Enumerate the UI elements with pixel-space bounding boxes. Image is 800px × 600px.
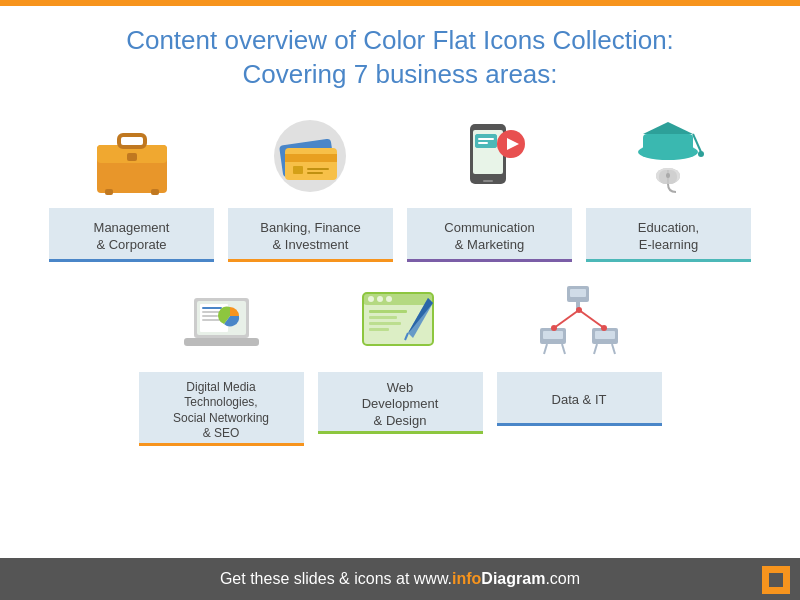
banking-label: Banking, Finance& Investment xyxy=(228,208,393,262)
svg-rect-50 xyxy=(369,328,389,331)
svg-rect-5 xyxy=(151,189,159,195)
svg-rect-4 xyxy=(105,189,113,195)
web-dev-icon-area xyxy=(350,276,450,366)
banking-icon-area xyxy=(261,112,361,202)
briefcase-icon xyxy=(87,117,177,197)
svg-marker-24 xyxy=(643,122,693,134)
svg-rect-58 xyxy=(543,331,563,339)
graduation-icon xyxy=(621,114,716,199)
svg-line-63 xyxy=(594,344,597,354)
svg-rect-48 xyxy=(369,316,397,319)
svg-rect-31 xyxy=(666,173,670,178)
svg-rect-32 xyxy=(184,338,259,346)
footer: Get these slides & icons at www. infoDia… xyxy=(0,558,800,600)
svg-line-62 xyxy=(562,344,565,354)
network-icon xyxy=(532,278,627,363)
svg-point-45 xyxy=(377,296,383,302)
svg-point-67 xyxy=(576,307,582,313)
svg-rect-8 xyxy=(285,148,337,180)
svg-rect-12 xyxy=(307,172,323,174)
brand-accent: info xyxy=(452,570,481,587)
card-digital-media: Digital MediaTechnologies,Social Network… xyxy=(139,276,304,446)
svg-rect-17 xyxy=(478,138,494,140)
svg-rect-10 xyxy=(293,166,303,174)
content-area: Management& Corporate xyxy=(0,102,800,446)
footer-tld: .com xyxy=(545,570,580,588)
svg-line-55 xyxy=(554,310,579,328)
svg-rect-21 xyxy=(483,180,493,182)
row-1: Management& Corporate xyxy=(30,112,770,262)
row-2: Digital MediaTechnologies,Social Network… xyxy=(30,276,770,446)
card-education: Education,E-learning xyxy=(586,112,751,262)
svg-rect-47 xyxy=(369,310,407,313)
svg-rect-16 xyxy=(475,134,497,148)
svg-rect-9 xyxy=(285,154,337,162)
footer-text: Get these slides & icons at www. xyxy=(220,570,452,588)
education-icon-area xyxy=(619,112,719,202)
management-icon-area xyxy=(82,112,182,202)
footer-brand: infoDiagram xyxy=(452,570,545,588)
communication-icon-area xyxy=(440,112,540,202)
credit-cards-icon xyxy=(263,114,358,199)
page-title: Content overview of Color Flat Icons Col… xyxy=(20,24,780,92)
data-it-label: Data & IT xyxy=(497,372,662,426)
web-design-icon xyxy=(353,278,448,363)
footer-logo xyxy=(762,566,790,594)
svg-rect-36 xyxy=(202,307,222,309)
svg-rect-53 xyxy=(570,289,586,297)
data-it-icon-area xyxy=(529,276,629,366)
svg-point-26 xyxy=(698,151,704,157)
svg-rect-2 xyxy=(119,135,145,147)
svg-point-44 xyxy=(368,296,374,302)
svg-point-46 xyxy=(386,296,392,302)
education-label: Education,E-learning xyxy=(586,208,751,262)
svg-point-65 xyxy=(551,325,557,331)
management-label: Management& Corporate xyxy=(49,208,214,262)
digital-media-icon-area xyxy=(171,276,271,366)
footer-logo-inner xyxy=(769,573,783,587)
svg-rect-18 xyxy=(478,142,488,144)
communication-label: Communication& Marketing xyxy=(407,208,572,262)
card-communication: Communication& Marketing xyxy=(407,112,572,262)
card-management: Management& Corporate xyxy=(49,112,214,262)
card-data-it: Data & IT xyxy=(497,276,662,446)
svg-line-61 xyxy=(544,344,547,354)
card-banking: Banking, Finance& Investment xyxy=(228,112,393,262)
svg-rect-39 xyxy=(202,319,220,321)
svg-line-64 xyxy=(612,344,615,354)
title-area: Content overview of Color Flat Icons Col… xyxy=(0,6,800,102)
svg-line-56 xyxy=(579,310,604,328)
svg-rect-49 xyxy=(369,322,401,325)
card-web-dev: WebDevelopment& Design xyxy=(318,276,483,446)
svg-rect-60 xyxy=(595,331,615,339)
svg-rect-23 xyxy=(643,134,693,152)
web-dev-label: WebDevelopment& Design xyxy=(318,372,483,435)
svg-rect-38 xyxy=(202,315,218,317)
svg-point-66 xyxy=(601,325,607,331)
svg-rect-3 xyxy=(127,153,137,161)
digital-media-label: Digital MediaTechnologies,Social Network… xyxy=(139,372,304,446)
svg-rect-11 xyxy=(307,168,329,170)
mobile-chat-icon xyxy=(445,114,535,199)
laptop-icon xyxy=(174,278,269,363)
